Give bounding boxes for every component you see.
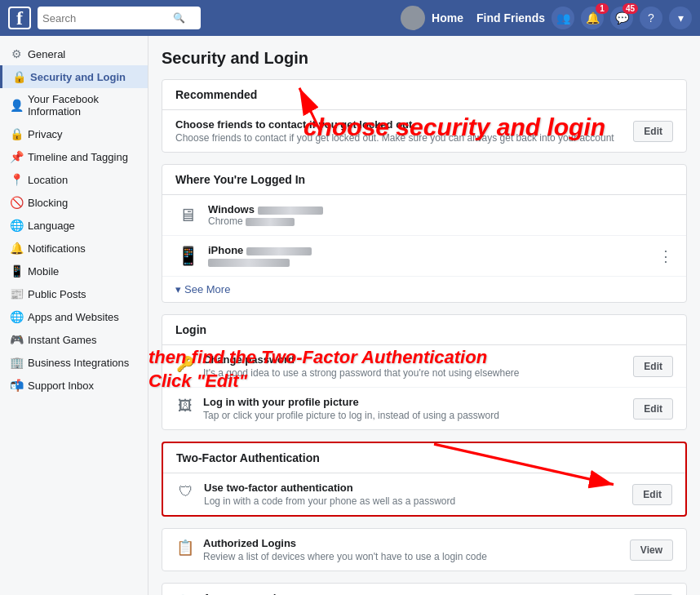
sidebar-item-business[interactable]: 🏢 Business Integrations	[0, 351, 148, 374]
content-area: choose security and login then find the …	[148, 36, 700, 595]
sidebar-item-label: Your Facebook Information	[28, 93, 140, 118]
see-more-button[interactable]: ▾ See More	[162, 277, 686, 302]
profile-login-subtitle: Tap or click your profile picture to log…	[203, 410, 625, 421]
notifications-icon: 🔔	[10, 242, 23, 255]
see-more-label: See More	[184, 283, 230, 295]
timeline-icon: 📌	[10, 150, 23, 163]
sidebar-item-support[interactable]: 📬 Support Inbox	[0, 374, 148, 397]
trusted-contacts-edit-button[interactable]: Edit	[633, 121, 673, 142]
app-passwords-card: 🔐 App passwords Use special passwords to…	[162, 583, 687, 595]
device-row: 🖥 Windows Chrome	[162, 195, 686, 236]
friends-icon-btn[interactable]: 👥	[552, 7, 574, 29]
device-blur-1	[258, 206, 323, 215]
key-icon: 🔑	[175, 355, 195, 373]
lock-icon: 🔒	[12, 70, 25, 83]
support-icon: 📬	[10, 379, 23, 392]
two-factor-title: Use two-factor authentication	[204, 482, 624, 494]
profile-login-icon: 🖼	[175, 397, 195, 415]
sidebar-item-location[interactable]: 📍 Location	[0, 168, 148, 191]
trusted-contacts-subtitle: Choose friends to contact if you get loc…	[175, 132, 625, 144]
sidebar-item-apps[interactable]: 🌐 Apps and Websites	[0, 305, 148, 328]
page-title: Security and Login	[162, 49, 687, 68]
authorized-logins-view-button[interactable]: View	[630, 539, 673, 561]
device-blur-4	[208, 259, 290, 267]
help-icon-btn[interactable]: ?	[640, 7, 662, 29]
sidebar: ⚙ General 🔒 Security and Login 👤 Your Fa…	[0, 36, 148, 595]
shield-icon: 🛡	[176, 483, 196, 500]
sidebar-item-language[interactable]: 🌐 Language	[0, 214, 148, 237]
login-header: Login	[162, 315, 686, 345]
change-password-edit-button[interactable]: Edit	[633, 356, 673, 377]
two-factor-edit-button[interactable]: Edit	[632, 484, 672, 505]
sidebar-item-games[interactable]: 🎮 Instant Games	[0, 328, 148, 351]
chevron-down-icon: ▾	[678, 11, 684, 24]
device-row: 📱 iPhone ⋮	[162, 236, 686, 277]
sidebar-item-general[interactable]: ⚙ General	[0, 42, 148, 65]
sidebar-item-label: Instant Games	[28, 334, 97, 346]
sidebar-item-privacy[interactable]: 🔒 Privacy	[0, 122, 148, 145]
authorized-logins-card: 📋 Authorized Logins Review a list of dev…	[162, 528, 687, 571]
trusted-contacts-row: Choose friends to contact if you get loc…	[162, 110, 686, 152]
search-bar[interactable]: 🔍	[38, 7, 201, 29]
logged-in-card: Where You're Logged In 🖥 Windows Chrome	[162, 164, 687, 303]
device-blur-2	[246, 218, 295, 226]
trusted-contacts-title: Choose friends to contact if you get loc…	[175, 118, 625, 131]
topnav-icons: 👥 🔔 1 💬 45 ? ▾	[552, 7, 692, 29]
notif-badge: 1	[596, 3, 609, 14]
app-passwords-row: 🔐 App passwords Use special passwords to…	[162, 584, 686, 595]
friends-icon: 👥	[556, 11, 570, 24]
search-input[interactable]	[42, 12, 173, 24]
location-icon: 📍	[10, 173, 23, 186]
profile-login-edit-button[interactable]: Edit	[633, 398, 673, 420]
sidebar-item-public-posts[interactable]: 📰 Public Posts	[0, 282, 148, 305]
mobile-icon: 📱	[10, 264, 23, 278]
iphone-icon: 📱	[175, 246, 200, 267]
sidebar-item-label: Notifications	[28, 242, 86, 255]
sidebar-item-security[interactable]: 🔒 Security and Login	[0, 65, 148, 88]
sidebar-item-blocking[interactable]: 🚫 Blocking	[0, 191, 148, 214]
authorized-logins-title: Authorized Logins	[203, 537, 622, 549]
sidebar-item-timeline[interactable]: 📌 Timeline and Tagging	[0, 145, 148, 168]
avatar[interactable]	[401, 6, 425, 30]
device-name: iPhone	[208, 244, 650, 256]
notifications-icon-btn[interactable]: 🔔 1	[581, 7, 604, 29]
two-factor-header: Two-Factor Authentication	[163, 443, 685, 473]
sidebar-item-label: Location	[28, 174, 68, 186]
login-card: Login 🔑 Change password It's a good idea…	[162, 314, 687, 430]
chevron-down-icon-btn[interactable]: ▾	[669, 7, 692, 29]
language-icon: 🌐	[10, 219, 23, 232]
profile-picture-login-row: 🖼 Log in with your profile picture Tap o…	[162, 388, 686, 429]
sidebar-item-facebook-info[interactable]: 👤 Your Facebook Information	[0, 88, 148, 122]
sidebar-item-label: Security and Login	[30, 71, 126, 83]
change-password-subtitle: It's a good idea to use a strong passwor…	[203, 367, 625, 379]
sidebar-item-label: Support Inbox	[28, 380, 94, 392]
authorized-logins-subtitle: Review a list of devices where you won't…	[203, 551, 622, 562]
device-icon: 📋	[175, 539, 195, 557]
msg-badge: 45	[622, 3, 638, 14]
sidebar-item-label: Privacy	[28, 128, 63, 140]
recommended-header: Recommended	[162, 80, 686, 110]
find-friends-link[interactable]: Find Friends	[476, 11, 545, 24]
logged-in-header: Where You're Logged In	[162, 165, 686, 195]
sidebar-item-label: General	[28, 48, 65, 60]
device-options-button[interactable]: ⋮	[658, 247, 673, 265]
sidebar-item-label: Public Posts	[28, 288, 86, 300]
blocking-icon: 🚫	[10, 196, 23, 209]
change-password-row: 🔑 Change password It's a good idea to us…	[162, 345, 686, 388]
windows-icon: 🖥	[175, 205, 200, 226]
device-name: Windows	[208, 203, 673, 215]
two-factor-subtitle: Log in with a code from your phone as we…	[204, 495, 624, 507]
sidebar-item-mobile[interactable]: 📱 Mobile	[0, 260, 148, 282]
sidebar-item-label: Mobile	[28, 265, 59, 278]
facebook-logo: f	[8, 7, 31, 29]
sidebar-item-label: Timeline and Tagging	[28, 151, 128, 163]
authorized-logins-row: 📋 Authorized Logins Review a list of dev…	[162, 529, 686, 571]
recommended-card: Recommended Choose friends to contact if…	[162, 79, 687, 153]
games-icon: 🎮	[10, 333, 23, 346]
profile-login-title: Log in with your profile picture	[203, 396, 625, 408]
device-sub	[208, 256, 650, 268]
home-link[interactable]: Home	[432, 11, 463, 24]
device-info: iPhone	[208, 244, 650, 268]
messages-icon-btn[interactable]: 💬 45	[610, 7, 633, 29]
sidebar-item-notifications[interactable]: 🔔 Notifications	[0, 237, 148, 260]
